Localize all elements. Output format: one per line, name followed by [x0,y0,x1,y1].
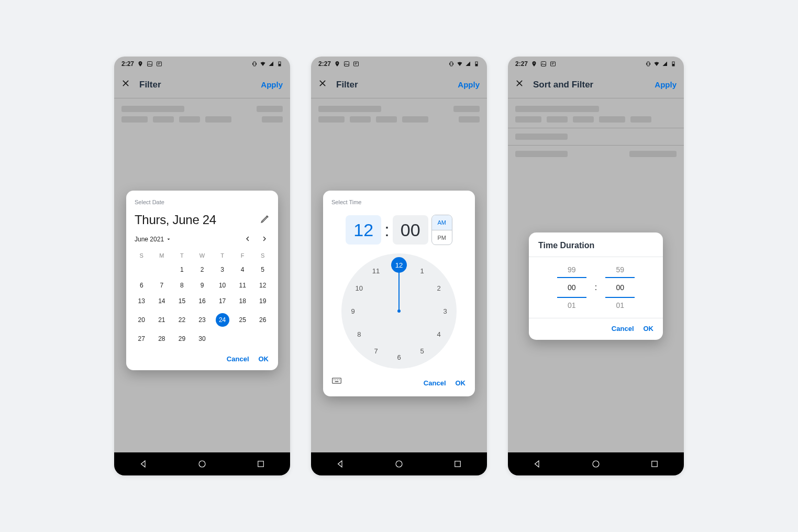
calendar-day[interactable]: 2 [192,262,213,278]
calendar-day[interactable]: 3 [212,262,232,278]
calendar-day[interactable]: 28 [152,331,172,347]
calendar-day[interactable]: 4 [232,262,253,278]
ok-button[interactable]: OK [456,379,466,387]
calendar-day[interactable]: 7 [152,278,172,293]
nav-back-button[interactable] [336,459,345,469]
clock-number[interactable]: 5 [416,345,428,357]
battery-icon [473,61,480,67]
calendar-day[interactable]: 9 [192,278,213,293]
battery-icon [276,61,283,67]
ok-button[interactable]: OK [644,325,654,332]
signal-icon [268,61,274,67]
cancel-button[interactable]: Cancel [612,325,634,332]
cancel-button[interactable]: Cancel [424,379,446,387]
cancel-button[interactable]: Cancel [227,355,249,363]
calendar-day[interactable]: 11 [232,278,253,293]
hour-input[interactable]: 12 [346,215,381,245]
clock-number[interactable]: 4 [433,328,445,340]
calendar-day[interactable]: 15 [172,293,192,309]
edit-date-button[interactable] [260,214,270,226]
month-selector[interactable]: June 2021 [135,236,171,243]
clock-number[interactable]: 1 [416,265,428,278]
calendar-day[interactable]: 22 [172,309,192,331]
calendar-day[interactable]: 26 [252,309,273,331]
calendar-day[interactable]: 21 [152,309,172,331]
calendar-day[interactable]: 17 [212,293,232,309]
calendar-day[interactable]: 12 [252,278,273,293]
calendar-day[interactable]: 1 [172,262,192,278]
clock-number[interactable]: 8 [353,328,365,340]
nav-back-button[interactable] [533,459,542,469]
close-button[interactable] [515,79,524,90]
clock-number[interactable]: 3 [439,305,451,317]
clock-number[interactable]: 10 [353,282,365,294]
minutes-next[interactable]: 01 [605,298,635,313]
nav-recent-button[interactable] [256,459,265,469]
calendar-day[interactable]: 27 [131,331,152,347]
calendar-day[interactable]: 5 [252,262,273,278]
svg-rect-5 [253,62,256,66]
image-icon [540,61,547,67]
svg-point-10 [199,461,205,467]
calendar-day[interactable]: 14 [152,293,172,309]
vibrate-icon [448,61,455,67]
calendar-day[interactable]: 24 [212,309,232,331]
pm-button[interactable]: PM [432,230,452,245]
calendar-day[interactable]: 23 [192,309,213,331]
analog-clock[interactable]: 121234567891011 [341,253,457,369]
minute-input[interactable]: 00 [393,215,428,245]
nav-home-button[interactable] [591,459,601,469]
calendar-day[interactable]: 30 [192,331,213,347]
apply-button[interactable]: Apply [261,80,283,89]
minutes-prev[interactable]: 59 [605,262,635,277]
next-month-button[interactable] [259,232,270,246]
apply-button[interactable]: Apply [458,80,480,89]
calendar-day[interactable]: 25 [232,309,253,331]
nav-home-button[interactable] [394,459,404,469]
minutes-wheel[interactable]: 59 00 01 [605,262,635,313]
nav-back-button[interactable] [139,459,148,469]
svg-point-25 [337,380,338,381]
minutes-selected[interactable]: 00 [605,277,635,298]
calendar-empty-cell [131,262,152,278]
nav-recent-button[interactable] [453,459,462,469]
calendar-day[interactable]: 29 [172,331,192,347]
svg-point-23 [334,380,335,381]
clock-number[interactable]: 2 [433,282,445,294]
calendar-day[interactable]: 20 [131,309,152,331]
hours-selected[interactable]: 00 [557,277,586,298]
triangle-back-icon [336,459,345,469]
vibrate-icon [645,61,651,67]
clock-number[interactable]: 9 [347,305,359,317]
close-button[interactable] [121,79,130,90]
hours-next[interactable]: 01 [557,298,586,313]
nav-recent-button[interactable] [650,459,659,469]
apply-button[interactable]: Apply [655,80,677,89]
hours-prev[interactable]: 99 [557,262,586,277]
hours-wheel[interactable]: 99 00 01 [557,262,586,313]
status-time: 2:27 [121,60,134,68]
prev-month-button[interactable] [242,232,253,246]
time-picker-modal: Select Time 12 : 00 AM PM 12123456789101… [323,191,475,396]
close-button[interactable] [318,79,327,90]
calendar-day[interactable]: 8 [172,278,192,293]
calendar-grid: SMTWTFS123456789101112131415161718192021… [126,249,278,349]
time-colon: : [384,220,389,240]
android-nav-bar [508,452,684,475]
calendar-day[interactable]: 18 [232,293,253,309]
calendar-day[interactable]: 10 [212,278,232,293]
calendar-day[interactable]: 16 [192,293,213,309]
calendar-day[interactable]: 6 [131,278,152,293]
svg-point-31 [542,63,544,64]
calendar-day[interactable]: 19 [252,293,273,309]
ok-button[interactable]: OK [259,355,269,363]
am-button[interactable]: AM [432,215,452,230]
clock-number[interactable]: 12 [391,257,407,273]
keyboard-toggle-button[interactable] [331,375,342,388]
clock-number[interactable]: 11 [370,265,382,278]
nav-home-button[interactable] [197,459,207,469]
phone-date-picker: 2:27 Filter Apply Select Date Thurs, Jun… [114,57,290,475]
clock-number[interactable]: 7 [370,345,382,357]
calendar-day[interactable]: 13 [131,293,152,309]
clock-number[interactable]: 6 [393,351,405,363]
